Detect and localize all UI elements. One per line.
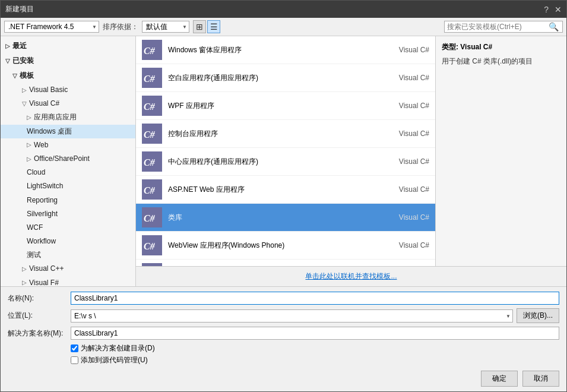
svg-text:C#: C# bbox=[144, 185, 156, 195]
title-bar-controls: ? ✕ bbox=[544, 5, 562, 14]
solution-label: 解决方案名称(M): bbox=[8, 328, 67, 339]
browse-button[interactable]: 浏览(B)... bbox=[517, 308, 559, 323]
svg-rect-16 bbox=[142, 263, 162, 266]
sidebar-item-workflow[interactable]: Workflow bbox=[1, 235, 135, 248]
name-label: 名称(N): bbox=[8, 293, 67, 304]
template-lang: Visual C# bbox=[382, 185, 429, 194]
sidebar-item-templates[interactable]: ▽ 模板 bbox=[1, 68, 135, 83]
arrow-cpp-icon: ▷ bbox=[22, 264, 27, 274]
sidebar-item-silverlight[interactable]: Silverlight bbox=[1, 207, 135, 221]
sidebar-item-visual-cpp[interactable]: ▷ Visual C++ bbox=[1, 262, 135, 276]
add-source-label: 添加到源代码管理(U) bbox=[81, 355, 148, 365]
template-item[interactable]: C# ASP.NET Web 应用程序Visual C# bbox=[136, 176, 435, 204]
sidebar-item-test[interactable]: 测试 bbox=[1, 248, 135, 262]
action-row: 确定 取消 bbox=[8, 371, 559, 387]
sidebar-item-lightswitch[interactable]: LightSwitch bbox=[1, 179, 135, 193]
info-desc: 用于创建 C# 类库(.dll)的项目 bbox=[442, 56, 560, 67]
sidebar-item-recent[interactable]: ▷ 最近 bbox=[1, 39, 135, 53]
view-grid-button[interactable]: ⊞ bbox=[193, 20, 206, 33]
template-item[interactable]: C# 类库Visual C# bbox=[136, 204, 435, 232]
new-project-dialog: 新建项目 ? ✕ .NET Framework 4.5 排序依据： 默认值 ⊞ … bbox=[0, 0, 567, 392]
template-icon: C# bbox=[142, 179, 162, 200]
middle-section: C# Windows 窗体应用程序Visual C# C# 空白应用程序(通用应… bbox=[136, 36, 566, 266]
template-item[interactable]: C# WPF 应用程序Visual C# bbox=[136, 92, 435, 120]
svg-text:C#: C# bbox=[144, 74, 156, 84]
sidebar-item-visual-csharp[interactable]: ▽ Visual C# bbox=[1, 97, 135, 110]
template-icon: C# bbox=[142, 207, 162, 227]
framework-select[interactable]: .NET Framework 4.5 bbox=[4, 21, 99, 33]
sidebar-item-reporting[interactable]: Reporting bbox=[1, 194, 135, 207]
dialog-body: .NET Framework 4.5 排序依据： 默认值 ⊞ ☰ 🔍 bbox=[1, 18, 566, 391]
svg-text:C#: C# bbox=[144, 241, 156, 251]
location-select[interactable]: E:\v s \ bbox=[71, 309, 513, 323]
svg-text:C#: C# bbox=[144, 129, 156, 140]
template-name: WebView 应用程序(Windows Phone) bbox=[168, 241, 376, 251]
svg-text:C#: C# bbox=[144, 102, 156, 112]
ok-button[interactable]: 确定 bbox=[481, 371, 518, 387]
solution-input[interactable] bbox=[71, 327, 559, 340]
top-bar: .NET Framework 4.5 排序依据： 默认值 ⊞ ☰ 🔍 bbox=[1, 18, 566, 36]
sidebar-item-visual-fsharp[interactable]: ▷ Visual F# bbox=[1, 276, 135, 286]
arrow-installed-icon: ▽ bbox=[5, 58, 10, 64]
template-item[interactable]: C# 空白应用程序(通用应用程序)Visual C# bbox=[136, 64, 435, 92]
bottom-form: 名称(N): 位置(L): E:\v s \ 浏览(B)... 解决方案名称(M… bbox=[1, 286, 566, 391]
sidebar-item-installed[interactable]: ▽ 已安装 bbox=[1, 53, 135, 68]
main-area: ▷ 最近 ▽ 已安装 ▽ 模板 ▷ Visual Basic ▽ Visua bbox=[1, 36, 566, 286]
sidebar: ▷ 最近 ▽ 已安装 ▽ 模板 ▷ Visual Basic ▽ Visua bbox=[1, 36, 136, 286]
info-panel: 类型: Visual C# 用于创建 C# 类库(.dll)的项目 bbox=[436, 36, 566, 266]
solution-row: 解决方案名称(M): bbox=[8, 327, 559, 340]
template-lang: Visual C# bbox=[382, 46, 429, 54]
template-item[interactable]: C# 类库(可移植)Visual C# bbox=[136, 260, 435, 266]
template-name: ASP.NET Web 应用程序 bbox=[168, 185, 376, 195]
sidebar-item-cloud[interactable]: Cloud bbox=[1, 166, 135, 179]
template-icon: C# bbox=[142, 124, 162, 144]
create-dir-label: 为解决方案创建目录(D) bbox=[81, 343, 155, 353]
arrow-office-icon: ▷ bbox=[27, 154, 31, 164]
arrow-recent-icon: ▷ bbox=[5, 43, 10, 49]
view-buttons: ⊞ ☰ bbox=[193, 20, 220, 33]
location-row: 位置(L): E:\v s \ 浏览(B)... bbox=[8, 308, 559, 323]
template-item[interactable]: C# 中心应用程序(通用应用程序)Visual C# bbox=[136, 148, 435, 176]
view-list-button[interactable]: ☰ bbox=[207, 20, 220, 33]
sidebar-item-visual-basic[interactable]: ▷ Visual Basic bbox=[1, 83, 135, 97]
help-button[interactable]: ? bbox=[544, 5, 549, 14]
search-input[interactable] bbox=[447, 23, 547, 31]
arrow-web-icon: ▷ bbox=[27, 140, 31, 150]
sort-select[interactable]: 默认值 bbox=[142, 21, 189, 33]
search-box: 🔍 bbox=[444, 21, 563, 33]
sidebar-item-wcf[interactable]: WCF bbox=[1, 221, 135, 235]
arrow-cs-icon: ▽ bbox=[22, 99, 27, 109]
sidebar-item-office-sharepoint[interactable]: ▷ Office/SharePoint bbox=[1, 152, 135, 166]
add-source-checkbox[interactable] bbox=[71, 356, 78, 364]
arrow-templates-icon: ▽ bbox=[12, 72, 17, 79]
checkbox-row-1: 为解决方案创建目录(D) bbox=[71, 343, 559, 353]
dialog-title: 新建项目 bbox=[5, 4, 34, 14]
create-dir-checkbox[interactable] bbox=[71, 344, 78, 352]
location-select-wrapper: E:\v s \ bbox=[71, 309, 513, 323]
arrow-appstore-icon: ▷ bbox=[27, 113, 31, 122]
close-button[interactable]: ✕ bbox=[555, 5, 562, 14]
template-name: 中心应用程序(通用应用程序) bbox=[168, 157, 376, 167]
template-icon: C# bbox=[142, 235, 162, 255]
template-icon: C# bbox=[142, 68, 162, 88]
sidebar-item-web[interactable]: ▷ Web bbox=[1, 138, 135, 152]
template-item[interactable]: C# 控制台应用程序Visual C# bbox=[136, 120, 435, 148]
title-bar-left: 新建项目 bbox=[5, 4, 34, 14]
sidebar-item-app-store[interactable]: ▷ 应用商店应用 bbox=[1, 110, 135, 124]
svg-text:C#: C# bbox=[144, 213, 156, 223]
right-panel: C# Windows 窗体应用程序Visual C# C# 空白应用程序(通用应… bbox=[136, 36, 566, 286]
online-link[interactable]: 单击此处以联机并查找模板... bbox=[305, 272, 397, 280]
template-lang: Visual C# bbox=[382, 74, 429, 82]
info-type-label: 类型: Visual C# bbox=[442, 42, 560, 52]
template-lang: Visual C# bbox=[382, 102, 429, 110]
online-link-bar: 单击此处以联机并查找模板... bbox=[136, 266, 566, 286]
template-name: 空白应用程序(通用应用程序) bbox=[168, 73, 376, 83]
template-item[interactable]: C# WebView 应用程序(Windows Phone)Visual C# bbox=[136, 232, 435, 260]
checkbox-column: 为解决方案创建目录(D) 添加到源代码管理(U) bbox=[71, 343, 559, 367]
template-item[interactable]: C# Windows 窗体应用程序Visual C# bbox=[136, 36, 435, 64]
name-input[interactable] bbox=[71, 292, 559, 305]
cancel-button[interactable]: 取消 bbox=[522, 371, 559, 387]
sidebar-item-windows-desktop[interactable]: Windows 桌面 bbox=[1, 125, 135, 138]
search-icon-button[interactable]: 🔍 bbox=[547, 22, 560, 31]
template-name: 类库 bbox=[168, 213, 376, 223]
